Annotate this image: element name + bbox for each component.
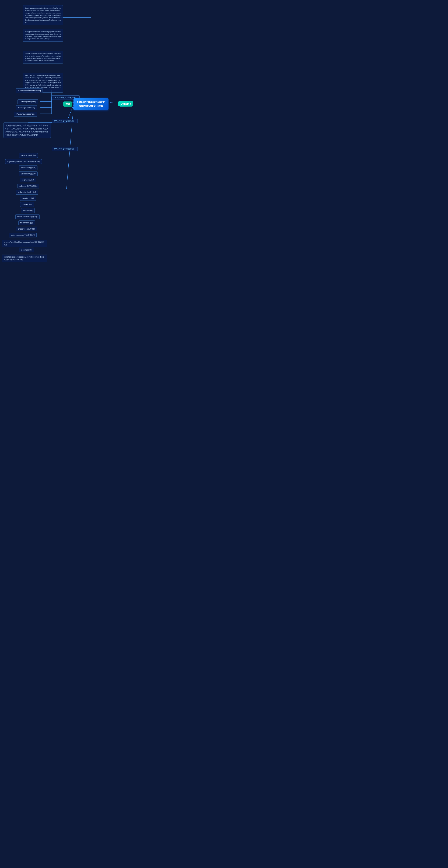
vocab-14: majorrolein..........中的主要作用 xyxy=(9,233,37,238)
vocab-7: socialgathering社交集会 xyxy=(16,190,38,194)
dancing-label: Dancing xyxy=(118,101,133,106)
vocab-10: tempon.节奏 xyxy=(21,208,35,213)
content-section-label: CET6六级作文内容分析： xyxy=(52,119,78,123)
mind-map: 2018年12月英语六级作文 预测及满分作文：跳舞 Dancing 跳舞 Dan… xyxy=(0,0,133,868)
vocab-11: communitycenter社区中心 xyxy=(16,214,39,219)
vocab-9: fatiguen.疲倦 xyxy=(20,202,34,207)
vocab-12: folkdance民族舞 xyxy=(19,220,35,225)
vocab-17: burnoffcaloriesinourbodiiesanddevelopour… xyxy=(2,255,47,262)
svg-line-0 xyxy=(110,102,118,103)
tiaowu-label: 跳舞 xyxy=(63,101,72,107)
vocab-3: tribalpeople部落人 xyxy=(19,165,37,170)
structure-item-1: :Generalcommentondancing xyxy=(16,88,43,93)
vocab-6: solemna.庄严的,肃穆的 xyxy=(18,184,39,188)
central-line1: 2018年12月英语六级作文 xyxy=(77,101,105,103)
central-line2: 预测及满分作文：跳舞 xyxy=(79,104,103,107)
vocab-5: ceremonyn.仪式 xyxy=(20,178,36,182)
structure-item-4: :Myviewtowardsdancing xyxy=(14,112,37,117)
vocab-15: keepone'sbodyhealthyandingoodshape增进健康保持… xyxy=(2,240,47,247)
sentences-section-label: CET6六级作文万能句型： xyxy=(52,147,78,151)
paragraph-2: Youngpeopleoftenincludedancinginpartie s… xyxy=(23,29,63,42)
structure-item-3: :Dancingfortheelderly xyxy=(16,105,37,110)
content-analysis: 本文是一篇简单的议论文,适合于四级。全文不长却说到了古今的跳舞。年轻人和老年人的… xyxy=(3,122,51,138)
central-node: 2018年12月英语六级作文 预测及满分作文：跳舞 xyxy=(73,98,109,110)
structure-item-2: :Dancingfortheyoung xyxy=(18,99,38,104)
paragraph-3: Totheelderly,thestepsindancingarereduce … xyxy=(23,51,63,63)
vocab-16: joggingn.跑步 xyxy=(19,248,34,252)
vocab-8: incentiven.鼓励 xyxy=(20,196,36,201)
vocab-2: waybacktopastcenturies追溯到以前的世纪 xyxy=(5,159,42,164)
vocab-13: effectivenessn.有效性 xyxy=(16,226,37,231)
vocab-4: worshipn.尊敬,崇拜 xyxy=(19,172,38,176)
paragraph-1: Dancingisapopularpastimetomanypeople all… xyxy=(23,5,63,25)
vocab-1: pastimen.娱乐,消遣 xyxy=(19,153,38,158)
